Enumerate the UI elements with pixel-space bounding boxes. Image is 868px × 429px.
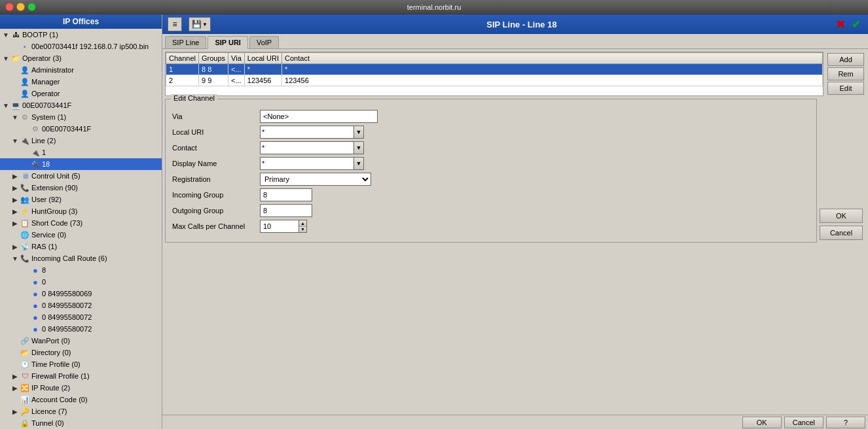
expander-line[interactable]: ▼ — [10, 136, 20, 145]
cancel-button[interactable]: Cancel — [820, 226, 863, 240]
sidebar-label-time-profile: Time Profile (0) — [31, 360, 81, 368]
sidebar-item-device[interactable]: ▼ 💻 00E00703441F — [0, 99, 162, 111]
outgoing-group-input[interactable] — [260, 204, 312, 217]
sidebar-item-line-18[interactable]: 🔌 18 — [0, 158, 162, 170]
cell-channel: 1 — [166, 64, 199, 75]
sidebar-item-ip-route[interactable]: ▶ 🔀 IP Route (2) — [0, 382, 162, 394]
expander-user[interactable]: ▶ — [10, 195, 20, 204]
expander-icr[interactable]: ▼ — [10, 254, 20, 263]
sidebar-item-licence[interactable]: ▶ 🔑 Licence (7) — [0, 405, 162, 417]
tab-voip[interactable]: VoIP — [249, 36, 279, 48]
sidebar-label-system: System (1) — [31, 113, 66, 121]
sidebar-item-tunnel[interactable]: 🔒 Tunnel (0) — [0, 417, 162, 429]
max-calls-input[interactable] — [260, 220, 299, 233]
sidebar-item-line-1[interactable]: 🔌 1 — [0, 146, 162, 158]
expander-ras[interactable]: ▶ — [10, 242, 20, 251]
expander-shortcode[interactable]: ▶ — [10, 218, 20, 228]
spin-down-button[interactable]: ▼ — [299, 227, 306, 233]
sidebar-item-route-8[interactable]: ● 8 — [0, 264, 162, 276]
sidebar-item-extension[interactable]: ▶ 📞 Extension (90) — [0, 182, 162, 194]
sidebar-item-firewall-profile[interactable]: ▶ 🛡 Firewall Profile (1) — [0, 370, 162, 382]
sidebar-item-directory[interactable]: 📂 Directory (0) — [0, 347, 162, 358]
display-name-field[interactable] — [260, 157, 353, 170]
expander-device[interactable]: ▼ — [1, 101, 10, 110]
bottom-ok-button[interactable]: OK — [742, 417, 782, 428]
window-title: terminal.norbit.ru — [407, 3, 461, 11]
window-controls[interactable] — [5, 3, 36, 11]
sidebar-item-incoming-call-route[interactable]: ▼ 📞 Incoming Call Route (6) — [0, 252, 162, 264]
expander-firewall[interactable]: ▶ — [10, 371, 20, 381]
sidebar-item-operator-item[interactable]: 👤 Operator — [0, 88, 162, 99]
sidebar-item-manager[interactable]: 👤 Manager — [0, 76, 162, 88]
table-row[interactable]: 2 9 9 <... 123456 123456 — [166, 75, 823, 86]
expander-extension[interactable]: ▶ — [10, 183, 20, 192]
expander-control-unit[interactable]: ▶ — [10, 171, 20, 180]
display-name-dropdown[interactable]: ▼ — [353, 157, 364, 170]
sidebar-item-administrator[interactable]: 👤 Administrator — [0, 64, 162, 76]
sidebar-item-wanport[interactable]: 🔗 WanPort (0) — [0, 335, 162, 347]
edit-button[interactable]: Edit — [827, 82, 864, 95]
expander-system[interactable]: ▼ — [10, 112, 20, 122]
contact-field[interactable] — [260, 141, 353, 154]
expander-time-profile — [10, 360, 20, 369]
expander-manager — [10, 77, 20, 86]
spin-up-button[interactable]: ▲ — [299, 220, 306, 227]
expander-bootp[interactable]: ▼ — [1, 30, 10, 39]
maximize-button[interactable] — [27, 3, 36, 11]
sidebar-label-route-069: 0 84995580069 — [42, 290, 92, 298]
via-input[interactable] — [260, 110, 378, 123]
sidebar-item-service[interactable]: 🌐 Service (0) — [0, 229, 162, 241]
bottom-cancel-button[interactable]: Cancel — [784, 417, 823, 428]
sidebar-item-line[interactable]: ▼ 🔌 Line (2) — [0, 135, 162, 146]
sidebar-item-shortcode[interactable]: ▶ 📋 Short Code (73) — [0, 217, 162, 229]
sidebar-item-huntgroup[interactable]: ▶ ⚡ HuntGroup (3) — [0, 205, 162, 217]
sidebar-item-operator[interactable]: ▼ 📁 Operator (3) — [0, 52, 162, 64]
sidebar-item-account-code[interactable]: 📊 Account Code (0) — [0, 394, 162, 405]
display-name-select-wrapper: ▼ — [260, 157, 364, 170]
sidebar-item-bootp-addr[interactable]: ▪ 00e00703441f 192.168.0.7 ip500.bin — [0, 41, 162, 52]
sidebar-item-system-item[interactable]: ⚙ 00E00703441F — [0, 123, 162, 135]
tab-sip-uri[interactable]: SIP URI — [208, 36, 248, 49]
sidebar-item-route-069[interactable]: ● 0 84995580069 — [0, 288, 162, 300]
sidebar-item-route-072c[interactable]: ● 0 84995580072 — [0, 323, 162, 335]
incoming-group-row: Incoming Group — [172, 188, 810, 201]
expander-system-item — [21, 124, 30, 133]
title-bar: terminal.norbit.ru — [0, 0, 868, 14]
tab-sip-line[interactable]: SIP Line — [165, 36, 206, 48]
sidebar-label-manager: Manager — [31, 78, 60, 86]
sidebar-item-user[interactable]: ▶ 👥 User (92) — [0, 194, 162, 205]
sidebar-item-system[interactable]: ▼ ⚙ System (1) — [0, 111, 162, 123]
close-button[interactable] — [5, 3, 14, 11]
sidebar-item-route-0[interactable]: ● 0 — [0, 276, 162, 288]
bottom-help-button[interactable]: ? — [826, 417, 865, 428]
panel-close-button[interactable]: ✖ — [833, 17, 847, 31]
sidebar-item-route-072b[interactable]: ● 0 84995580072 — [0, 311, 162, 323]
remove-button[interactable]: Rem — [827, 67, 864, 80]
expander-ip-route[interactable]: ▶ — [10, 383, 20, 392]
ok-button[interactable]: OK — [820, 209, 863, 223]
sidebar-item-control-unit[interactable]: ▶ 🖥 Control Unit (5) — [0, 170, 162, 182]
registration-label: Registration — [172, 175, 257, 183]
table-row[interactable]: 1 8 8 <... * * — [166, 64, 823, 75]
sidebar-item-route-072a[interactable]: ● 0 84995580072 — [0, 300, 162, 311]
panel-save-button[interactable]: ✔ — [848, 17, 863, 31]
add-button[interactable]: Add — [827, 53, 864, 66]
control-unit-icon: 🖥 — [20, 171, 30, 181]
minimize-button[interactable] — [16, 3, 25, 11]
menu-button[interactable]: ≡ — [168, 17, 182, 31]
expander-huntgroup[interactable]: ▶ — [10, 207, 20, 216]
registration-select[interactable]: Primary Secondary — [260, 173, 371, 186]
save-options-button[interactable]: 💾 ▼ — [189, 17, 211, 31]
local-uri-dropdown[interactable]: ▼ — [353, 126, 364, 139]
local-uri-field[interactable] — [260, 126, 353, 139]
expander-licence[interactable]: ▶ — [10, 407, 20, 416]
expander-operator[interactable]: ▼ — [1, 54, 10, 63]
incoming-group-input[interactable] — [260, 188, 312, 201]
sidebar-label-account-code: Account Code (0) — [31, 396, 88, 403]
sidebar-item-ras[interactable]: ▶ 📡 RAS (1) — [0, 241, 162, 252]
sidebar-item-time-profile[interactable]: 🕐 Time Profile (0) — [0, 358, 162, 370]
folder-icon: 📁 — [10, 53, 21, 63]
sidebar-item-bootp[interactable]: ▼ 🖧 BOOTP (1) — [0, 29, 162, 41]
account-code-icon: 📊 — [20, 394, 30, 405]
contact-dropdown[interactable]: ▼ — [353, 141, 364, 154]
